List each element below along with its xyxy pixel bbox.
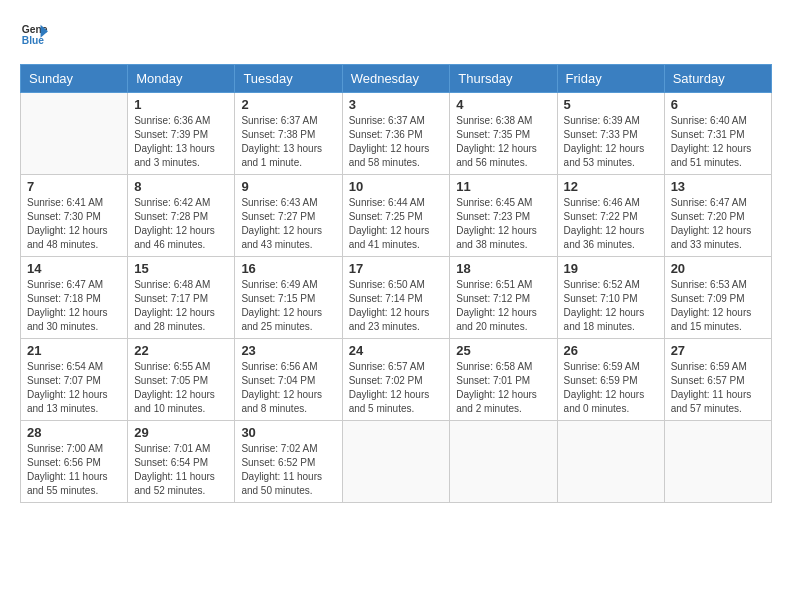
day-number: 1: [134, 97, 228, 112]
day-number: 17: [349, 261, 444, 276]
calendar-cell: 10Sunrise: 6:44 AM Sunset: 7:25 PM Dayli…: [342, 175, 450, 257]
calendar-cell: 7Sunrise: 6:41 AM Sunset: 7:30 PM Daylig…: [21, 175, 128, 257]
calendar-cell: 26Sunrise: 6:59 AM Sunset: 6:59 PM Dayli…: [557, 339, 664, 421]
calendar-cell: [21, 93, 128, 175]
day-number: 16: [241, 261, 335, 276]
day-number: 13: [671, 179, 765, 194]
calendar-cell: [664, 421, 771, 503]
cell-sun-info: Sunrise: 6:48 AM Sunset: 7:17 PM Dayligh…: [134, 278, 228, 334]
calendar-cell: 3Sunrise: 6:37 AM Sunset: 7:36 PM Daylig…: [342, 93, 450, 175]
calendar-cell: [450, 421, 557, 503]
day-number: 2: [241, 97, 335, 112]
calendar-cell: 11Sunrise: 6:45 AM Sunset: 7:23 PM Dayli…: [450, 175, 557, 257]
cell-sun-info: Sunrise: 6:38 AM Sunset: 7:35 PM Dayligh…: [456, 114, 550, 170]
page-header: General Blue: [20, 20, 772, 48]
calendar-cell: 16Sunrise: 6:49 AM Sunset: 7:15 PM Dayli…: [235, 257, 342, 339]
cell-sun-info: Sunrise: 6:42 AM Sunset: 7:28 PM Dayligh…: [134, 196, 228, 252]
calendar-cell: 8Sunrise: 6:42 AM Sunset: 7:28 PM Daylig…: [128, 175, 235, 257]
day-number: 11: [456, 179, 550, 194]
day-number: 5: [564, 97, 658, 112]
calendar-cell: 4Sunrise: 6:38 AM Sunset: 7:35 PM Daylig…: [450, 93, 557, 175]
calendar-table: SundayMondayTuesdayWednesdayThursdayFrid…: [20, 64, 772, 503]
day-number: 28: [27, 425, 121, 440]
cell-sun-info: Sunrise: 6:47 AM Sunset: 7:20 PM Dayligh…: [671, 196, 765, 252]
day-number: 20: [671, 261, 765, 276]
cell-sun-info: Sunrise: 6:46 AM Sunset: 7:22 PM Dayligh…: [564, 196, 658, 252]
day-number: 15: [134, 261, 228, 276]
calendar-cell: 6Sunrise: 6:40 AM Sunset: 7:31 PM Daylig…: [664, 93, 771, 175]
logo: General Blue: [20, 20, 48, 48]
cell-sun-info: Sunrise: 6:37 AM Sunset: 7:38 PM Dayligh…: [241, 114, 335, 170]
calendar-week-row: 1Sunrise: 6:36 AM Sunset: 7:39 PM Daylig…: [21, 93, 772, 175]
calendar-week-row: 21Sunrise: 6:54 AM Sunset: 7:07 PM Dayli…: [21, 339, 772, 421]
cell-sun-info: Sunrise: 6:44 AM Sunset: 7:25 PM Dayligh…: [349, 196, 444, 252]
cell-sun-info: Sunrise: 6:59 AM Sunset: 6:57 PM Dayligh…: [671, 360, 765, 416]
day-of-week-header: Monday: [128, 65, 235, 93]
calendar-cell: 25Sunrise: 6:58 AM Sunset: 7:01 PM Dayli…: [450, 339, 557, 421]
day-of-week-header: Sunday: [21, 65, 128, 93]
cell-sun-info: Sunrise: 6:53 AM Sunset: 7:09 PM Dayligh…: [671, 278, 765, 334]
day-number: 4: [456, 97, 550, 112]
calendar-cell: 17Sunrise: 6:50 AM Sunset: 7:14 PM Dayli…: [342, 257, 450, 339]
cell-sun-info: Sunrise: 7:00 AM Sunset: 6:56 PM Dayligh…: [27, 442, 121, 498]
calendar-cell: 5Sunrise: 6:39 AM Sunset: 7:33 PM Daylig…: [557, 93, 664, 175]
calendar-cell: 20Sunrise: 6:53 AM Sunset: 7:09 PM Dayli…: [664, 257, 771, 339]
logo-icon: General Blue: [20, 20, 48, 48]
day-number: 10: [349, 179, 444, 194]
calendar-cell: 23Sunrise: 6:56 AM Sunset: 7:04 PM Dayli…: [235, 339, 342, 421]
calendar-cell: 28Sunrise: 7:00 AM Sunset: 6:56 PM Dayli…: [21, 421, 128, 503]
calendar-cell: 29Sunrise: 7:01 AM Sunset: 6:54 PM Dayli…: [128, 421, 235, 503]
calendar-cell: 14Sunrise: 6:47 AM Sunset: 7:18 PM Dayli…: [21, 257, 128, 339]
day-number: 18: [456, 261, 550, 276]
calendar-header-row: SundayMondayTuesdayWednesdayThursdayFrid…: [21, 65, 772, 93]
calendar-cell: 18Sunrise: 6:51 AM Sunset: 7:12 PM Dayli…: [450, 257, 557, 339]
cell-sun-info: Sunrise: 6:58 AM Sunset: 7:01 PM Dayligh…: [456, 360, 550, 416]
day-number: 22: [134, 343, 228, 358]
calendar-cell: 15Sunrise: 6:48 AM Sunset: 7:17 PM Dayli…: [128, 257, 235, 339]
cell-sun-info: Sunrise: 6:41 AM Sunset: 7:30 PM Dayligh…: [27, 196, 121, 252]
day-number: 25: [456, 343, 550, 358]
cell-sun-info: Sunrise: 6:50 AM Sunset: 7:14 PM Dayligh…: [349, 278, 444, 334]
cell-sun-info: Sunrise: 6:57 AM Sunset: 7:02 PM Dayligh…: [349, 360, 444, 416]
day-of-week-header: Friday: [557, 65, 664, 93]
calendar-week-row: 28Sunrise: 7:00 AM Sunset: 6:56 PM Dayli…: [21, 421, 772, 503]
day-of-week-header: Tuesday: [235, 65, 342, 93]
day-number: 21: [27, 343, 121, 358]
day-number: 7: [27, 179, 121, 194]
calendar-cell: 13Sunrise: 6:47 AM Sunset: 7:20 PM Dayli…: [664, 175, 771, 257]
day-number: 12: [564, 179, 658, 194]
cell-sun-info: Sunrise: 6:37 AM Sunset: 7:36 PM Dayligh…: [349, 114, 444, 170]
calendar-cell: 19Sunrise: 6:52 AM Sunset: 7:10 PM Dayli…: [557, 257, 664, 339]
day-number: 19: [564, 261, 658, 276]
day-number: 8: [134, 179, 228, 194]
cell-sun-info: Sunrise: 7:01 AM Sunset: 6:54 PM Dayligh…: [134, 442, 228, 498]
calendar-cell: 22Sunrise: 6:55 AM Sunset: 7:05 PM Dayli…: [128, 339, 235, 421]
cell-sun-info: Sunrise: 6:49 AM Sunset: 7:15 PM Dayligh…: [241, 278, 335, 334]
day-number: 9: [241, 179, 335, 194]
calendar-cell: 12Sunrise: 6:46 AM Sunset: 7:22 PM Dayli…: [557, 175, 664, 257]
day-number: 3: [349, 97, 444, 112]
cell-sun-info: Sunrise: 6:47 AM Sunset: 7:18 PM Dayligh…: [27, 278, 121, 334]
day-number: 29: [134, 425, 228, 440]
calendar-week-row: 7Sunrise: 6:41 AM Sunset: 7:30 PM Daylig…: [21, 175, 772, 257]
day-number: 6: [671, 97, 765, 112]
calendar-week-row: 14Sunrise: 6:47 AM Sunset: 7:18 PM Dayli…: [21, 257, 772, 339]
cell-sun-info: Sunrise: 6:45 AM Sunset: 7:23 PM Dayligh…: [456, 196, 550, 252]
calendar-cell: [557, 421, 664, 503]
day-number: 30: [241, 425, 335, 440]
cell-sun-info: Sunrise: 6:56 AM Sunset: 7:04 PM Dayligh…: [241, 360, 335, 416]
calendar-cell: 24Sunrise: 6:57 AM Sunset: 7:02 PM Dayli…: [342, 339, 450, 421]
calendar-cell: [342, 421, 450, 503]
cell-sun-info: Sunrise: 6:55 AM Sunset: 7:05 PM Dayligh…: [134, 360, 228, 416]
cell-sun-info: Sunrise: 7:02 AM Sunset: 6:52 PM Dayligh…: [241, 442, 335, 498]
cell-sun-info: Sunrise: 6:43 AM Sunset: 7:27 PM Dayligh…: [241, 196, 335, 252]
calendar-cell: 21Sunrise: 6:54 AM Sunset: 7:07 PM Dayli…: [21, 339, 128, 421]
cell-sun-info: Sunrise: 6:39 AM Sunset: 7:33 PM Dayligh…: [564, 114, 658, 170]
day-of-week-header: Thursday: [450, 65, 557, 93]
day-number: 14: [27, 261, 121, 276]
calendar-cell: 27Sunrise: 6:59 AM Sunset: 6:57 PM Dayli…: [664, 339, 771, 421]
day-of-week-header: Wednesday: [342, 65, 450, 93]
cell-sun-info: Sunrise: 6:40 AM Sunset: 7:31 PM Dayligh…: [671, 114, 765, 170]
day-number: 27: [671, 343, 765, 358]
day-number: 24: [349, 343, 444, 358]
